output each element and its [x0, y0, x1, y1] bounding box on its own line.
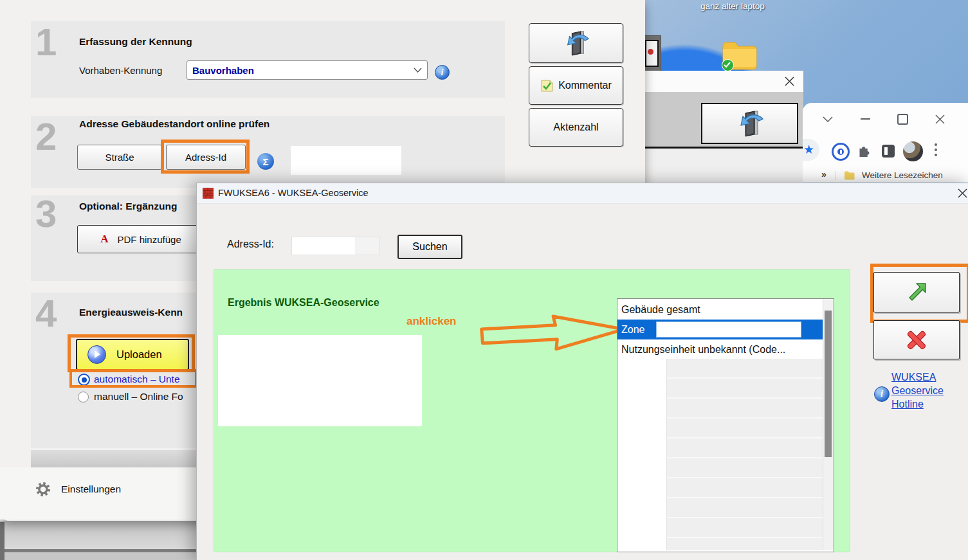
hotline-link-line: Geoservice: [891, 384, 962, 397]
radio-manuell[interactable]: [78, 392, 89, 402]
desktop-folder-icon[interactable]: [722, 39, 758, 71]
chrome-window: ★ » Weitere Lesezeichen: [803, 103, 968, 185]
result-tree-list: Gebäude gesamt Zone Nutzungseinheit unbe…: [617, 298, 834, 552]
zone-inline-input[interactable]: [656, 321, 801, 338]
vorhaben-kennung-dropdown[interactable]: Bauvorhaben: [187, 60, 428, 80]
upload-highlight-box: [68, 334, 195, 372]
adressid-label: Adress-Id:: [227, 239, 274, 250]
desktop-wallpaper: ganz alter laptop: [645, 0, 968, 186]
scrollbar[interactable]: [823, 299, 834, 550]
divider: [835, 171, 836, 180]
list-item-label: Zone: [621, 324, 644, 336]
anklicken-annotation: anklicken: [406, 315, 457, 328]
step2-number: 2: [35, 118, 57, 156]
gear-icon: [35, 482, 51, 497]
screen: ganz alter laptop: [0, 0, 968, 560]
scrollbar-thumb[interactable]: [825, 311, 832, 457]
step1-title: Erfassung der Kennung: [79, 36, 192, 48]
list-item-label: Nutzungseinheit unbekannt (Code...: [621, 344, 785, 356]
list-empty-rows: [667, 359, 823, 550]
bookmarks-folder-icon: [844, 170, 855, 180]
cancel-button[interactable]: [873, 320, 960, 359]
vorhaben-kennung-label: Vorhaben-Kennung: [79, 65, 162, 76]
close-icon[interactable]: [784, 76, 795, 87]
red-x-icon: [904, 327, 929, 353]
dropdown-value: Bauvorhaben: [187, 65, 414, 76]
radio-manuell-label[interactable]: manuell – Online Fo: [94, 391, 183, 402]
list-item[interactable]: Nutzungseinheit unbekannt (Code...: [617, 339, 826, 359]
sigma-icon[interactable]: Σ: [257, 153, 274, 170]
door-exit-icon: [735, 110, 765, 137]
info-icon[interactable]: i: [874, 386, 890, 402]
aktenzahl-button[interactable]: Aktenzahl: [529, 108, 623, 147]
extensions-puzzle-icon[interactable]: [857, 143, 871, 157]
chrome-chevron-icon[interactable]: [817, 111, 839, 127]
step3-number: 3: [35, 195, 57, 233]
exit-button[interactable]: [701, 103, 798, 144]
adressid-input[interactable]: [291, 237, 380, 255]
sidebar-icon[interactable]: [882, 145, 895, 158]
record-dot-icon: [648, 49, 653, 55]
suchen-label: Suchen: [412, 241, 447, 253]
strasse-button[interactable]: Straße: [77, 145, 162, 170]
profile-avatar[interactable]: [903, 141, 923, 161]
hotline-link[interactable]: WUKSEA Geoservice Hotline: [891, 370, 962, 411]
step4-title: Energieausweis-Kenn: [79, 307, 183, 318]
omnibox-end: ★: [803, 139, 819, 161]
minimize-icon[interactable]: [854, 111, 876, 127]
step1-panel: [31, 21, 505, 98]
note-check-icon: [540, 79, 554, 93]
list-item[interactable]: Gebäude gesamt: [617, 300, 826, 320]
suchen-button[interactable]: Suchen: [397, 235, 462, 259]
maximize-icon[interactable]: [891, 111, 913, 127]
background-exit-window: [645, 71, 803, 149]
kommentar-label: Kommentar: [558, 80, 612, 91]
pdf-button[interactable]: A PDF hinzufüge: [77, 225, 205, 253]
result-panel: Ergebnis WUKSEA-Geoservice anklicken Geb…: [214, 269, 850, 552]
pdf-icon: A: [100, 233, 108, 246]
bookmarks-bar: » Weitere Lesezeichen: [803, 169, 968, 182]
background-window-body: [645, 149, 805, 185]
bookmarks-overflow-chevron[interactable]: »: [821, 169, 826, 179]
radio-highlight-box: [69, 369, 197, 388]
hotline-link-line: WUKSEA: [891, 370, 962, 384]
kebab-menu-icon[interactable]: [935, 143, 937, 159]
fragment-button[interactable]: [645, 40, 659, 67]
pdf-button-label: PDF hinzufüge: [118, 234, 181, 245]
dialog-titlebar: FWUKSEA6 - WUKSEA-Geoservice: [197, 183, 968, 204]
brick-app-icon: [203, 188, 214, 199]
hotline-link-line: Hotline: [891, 397, 962, 411]
onepassword-extension-icon[interactable]: [832, 143, 850, 161]
close-icon[interactable]: [929, 111, 951, 127]
desktop-icon-label[interactable]: ganz alter laptop: [700, 1, 765, 11]
check-badge-icon: [722, 59, 734, 71]
exit-button-main[interactable]: [529, 23, 623, 63]
step1-number: 1: [35, 23, 57, 62]
address-input[interactable]: [291, 146, 401, 175]
step3-title: Optional: Ergänzung: [79, 201, 177, 212]
arrow-annotation: [479, 311, 627, 356]
info-icon[interactable]: i: [435, 65, 450, 80]
bookmark-star-icon[interactable]: ★: [803, 139, 819, 161]
step2-title: Adresse Gebäudestandort online prüfen: [79, 118, 269, 130]
chevron-down-icon: [414, 68, 422, 73]
confirm-highlight-box: [870, 264, 968, 323]
geoservice-dialog: FWUKSEA6 - WUKSEA-Geoservice Adress-Id: …: [196, 183, 968, 560]
door-exit-icon: [562, 30, 591, 56]
result-listbox-empty[interactable]: [218, 335, 422, 426]
dialog-title: FWUKSEA6 - WUKSEA-Geoservice: [218, 188, 369, 198]
background-exit-window-titlebar: [645, 71, 803, 92]
step4-number: 4: [35, 294, 57, 333]
bookmarks-bar-label[interactable]: Weitere Lesezeichen: [862, 170, 943, 180]
kommentar-button[interactable]: Kommentar: [529, 66, 623, 105]
einstellungen-button[interactable]: Einstellungen: [61, 483, 121, 495]
close-icon[interactable]: [957, 188, 968, 199]
adressid-highlight-box: [161, 140, 250, 174]
result-heading: Ergebnis WUKSEA-Geoservice: [228, 297, 379, 309]
list-item-label: Gebäude gesamt: [621, 304, 700, 316]
list-item-selected[interactable]: Zone: [617, 320, 826, 339]
background-window-fragment: [644, 35, 661, 73]
aktenzahl-label: Aktenzahl: [553, 122, 598, 133]
list-empty-column: [617, 359, 667, 550]
